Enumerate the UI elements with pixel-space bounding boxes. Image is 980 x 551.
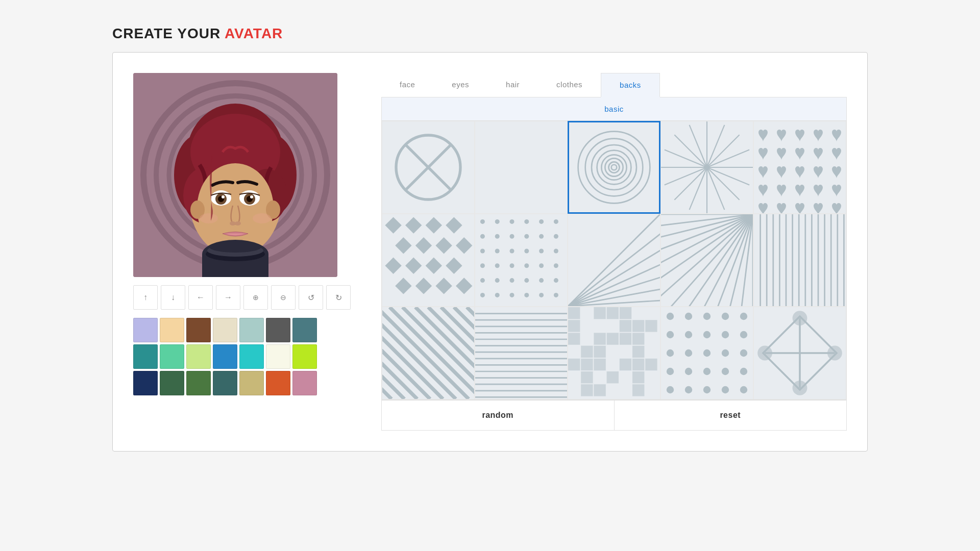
zoom-in-button[interactable]: ⊕ (243, 285, 268, 310)
color-swatch[interactable] (266, 318, 290, 342)
svg-point-252 (703, 368, 710, 375)
pattern-cell[interactable] (568, 121, 660, 214)
undo-button[interactable]: ↺ (299, 285, 323, 310)
pattern-cell[interactable] (382, 121, 475, 214)
color-swatch[interactable] (213, 344, 237, 369)
color-swatch[interactable] (266, 344, 290, 369)
color-swatch[interactable] (213, 371, 237, 395)
svg-rect-219 (581, 346, 593, 358)
svg-point-239 (740, 313, 747, 320)
svg-point-109 (524, 263, 529, 268)
svg-rect-223 (581, 359, 593, 370)
color-swatch[interactable] (239, 371, 264, 395)
svg-point-237 (703, 313, 710, 320)
svg-point-111 (554, 263, 558, 268)
svg-point-105 (554, 249, 558, 254)
pattern-cell[interactable] (475, 307, 568, 399)
color-swatch[interactable] (292, 318, 317, 342)
pattern-cell[interactable] (382, 214, 475, 307)
svg-point-96 (510, 234, 514, 239)
svg-point-101 (495, 249, 500, 254)
move-down-button[interactable]: ↓ (161, 285, 185, 310)
color-swatch[interactable] (186, 318, 211, 342)
svg-rect-214 (568, 333, 580, 344)
tab-backs[interactable]: backs (601, 73, 660, 97)
color-swatch[interactable] (186, 344, 211, 369)
color-swatch[interactable] (266, 371, 290, 395)
svg-rect-225 (620, 359, 631, 370)
svg-point-254 (740, 368, 747, 375)
svg-point-244 (740, 331, 747, 338)
pattern-cell[interactable] (475, 214, 568, 307)
pattern-cell[interactable] (382, 307, 475, 399)
tab-clothes[interactable]: clothes (538, 73, 601, 97)
color-swatch[interactable] (133, 318, 158, 342)
color-swatch[interactable] (133, 371, 158, 395)
svg-point-113 (495, 278, 500, 283)
zoom-out-button[interactable]: ⊖ (271, 285, 296, 310)
color-swatch[interactable] (292, 371, 317, 395)
color-swatch[interactable] (160, 344, 184, 369)
color-swatch[interactable] (160, 371, 184, 395)
svg-point-264 (793, 381, 807, 395)
svg-point-115 (524, 278, 529, 283)
pattern-cell[interactable] (660, 121, 753, 214)
svg-rect-220 (594, 346, 605, 358)
svg-rect-209 (620, 307, 631, 319)
svg-point-238 (722, 313, 729, 320)
svg-point-255 (667, 386, 674, 393)
svg-rect-207 (594, 307, 605, 319)
main-card: ↑ ↓ ← → ⊕ ⊖ ↺ ↻ face eyes hair clothes b… (112, 52, 868, 452)
svg-point-253 (722, 368, 729, 375)
tab-face[interactable]: face (381, 73, 433, 97)
pattern-cell[interactable] (660, 214, 753, 307)
svg-point-32 (253, 213, 271, 223)
svg-point-236 (685, 313, 692, 320)
tab-hair[interactable]: hair (487, 73, 538, 97)
svg-point-18 (197, 163, 274, 253)
svg-point-242 (703, 331, 710, 338)
color-swatch[interactable] (133, 344, 158, 369)
pattern-cell[interactable] (568, 214, 660, 307)
random-button[interactable]: random (382, 400, 615, 430)
svg-rect-190 (475, 307, 567, 399)
svg-point-246 (685, 349, 692, 357)
svg-point-121 (524, 293, 529, 297)
pattern-cell[interactable] (660, 307, 753, 399)
svg-point-103 (524, 249, 529, 254)
category-header: basic (381, 97, 847, 121)
move-left-button[interactable]: ← (188, 285, 213, 310)
pattern-cell[interactable] (753, 121, 846, 214)
svg-point-257 (703, 386, 710, 393)
svg-rect-230 (632, 371, 644, 383)
svg-point-250 (667, 368, 674, 375)
move-right-button[interactable]: → (216, 285, 240, 310)
svg-point-245 (667, 349, 674, 357)
svg-point-248 (722, 349, 729, 357)
color-swatch[interactable] (160, 318, 184, 342)
svg-point-104 (539, 249, 544, 254)
tab-eyes[interactable]: eyes (433, 73, 487, 97)
reset-button[interactable]: reset (615, 400, 847, 430)
color-swatch[interactable] (239, 318, 264, 342)
svg-point-247 (703, 349, 710, 357)
pattern-cell[interactable] (753, 214, 846, 307)
svg-rect-87 (475, 214, 567, 306)
pattern-cell[interactable] (753, 307, 846, 399)
pattern-cell[interactable] (475, 121, 568, 214)
page-container: CREATE YOUR AVATAR (10, 10, 970, 551)
move-up-button[interactable]: ↑ (133, 285, 158, 310)
redo-button[interactable]: ↻ (326, 285, 351, 310)
svg-point-88 (480, 219, 485, 224)
color-swatch[interactable] (292, 344, 317, 369)
svg-rect-229 (607, 371, 619, 383)
color-swatch[interactable] (239, 344, 264, 369)
svg-point-112 (480, 278, 485, 283)
pattern-cell[interactable] (568, 307, 660, 399)
svg-rect-221 (632, 346, 644, 358)
patterns-grid (381, 121, 847, 400)
svg-point-89 (495, 219, 500, 224)
color-swatch[interactable] (186, 371, 211, 395)
svg-point-119 (495, 293, 500, 297)
color-swatch[interactable] (213, 318, 237, 342)
